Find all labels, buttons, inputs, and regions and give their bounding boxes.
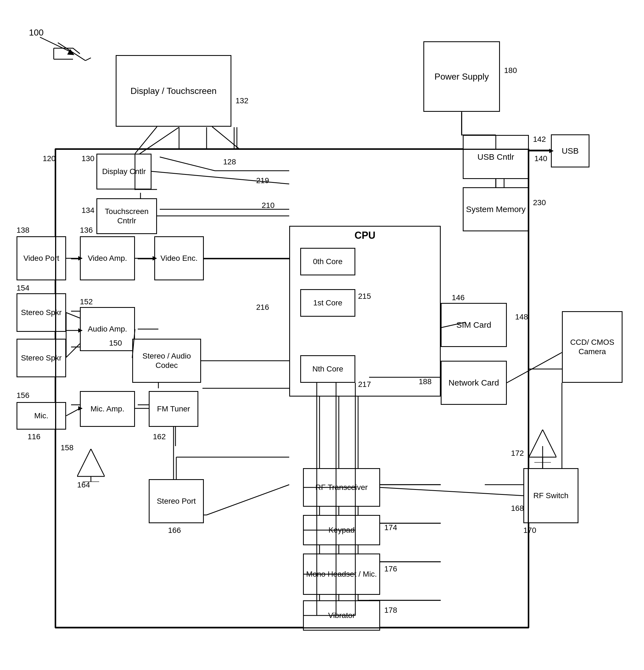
sim-card: SIM Card xyxy=(441,303,507,347)
label-130: 130 xyxy=(81,154,94,163)
vibrator: Vibrator xyxy=(303,600,380,631)
label-146: 146 xyxy=(452,293,465,302)
touchscreen-cntlr: Touchscreen Cntrlr xyxy=(96,198,157,234)
label-150: 150 xyxy=(109,339,122,348)
svg-line-1 xyxy=(86,58,91,61)
svg-marker-74 xyxy=(67,49,74,55)
rf-transceiver: RF Transceiver xyxy=(303,468,380,507)
core-0: 0th Core xyxy=(300,248,355,276)
svg-line-78 xyxy=(212,127,240,149)
label-134: 134 xyxy=(81,206,94,215)
audio-amp: Audio Amp. xyxy=(80,307,135,351)
svg-line-73 xyxy=(40,37,71,52)
label-170: 170 xyxy=(523,526,536,535)
label-174: 174 xyxy=(384,523,397,532)
mono-headset: Mono Headset / Mic. xyxy=(303,553,380,595)
label-219: 219 xyxy=(256,176,269,185)
core-1: 1st Core xyxy=(300,289,355,317)
rf-switch: RF Switch xyxy=(523,468,578,523)
label-136: 136 xyxy=(80,226,93,234)
label-116: 116 xyxy=(28,432,40,441)
label-152: 152 xyxy=(80,297,93,306)
label-188: 188 xyxy=(419,377,432,386)
label-128: 128 xyxy=(223,158,236,166)
label-148: 148 xyxy=(515,312,528,321)
label-216: 216 xyxy=(256,303,269,312)
label-142: 142 xyxy=(533,135,546,144)
label-168: 168 xyxy=(511,504,524,513)
video-port: Video Port xyxy=(16,236,66,280)
core-n: Nth Core xyxy=(300,355,355,383)
label-132: 132 xyxy=(236,96,248,105)
stereo-spkr-2: Stereo Spkr xyxy=(16,339,66,377)
label-154: 154 xyxy=(16,284,29,293)
video-amp: Video Amp. xyxy=(80,236,135,280)
label-138: 138 xyxy=(16,226,29,234)
label-210: 210 xyxy=(262,201,275,210)
mic-amp: Mic. Amp. xyxy=(80,391,135,427)
label-164: 164 xyxy=(77,481,90,490)
label-166: 166 xyxy=(168,526,181,535)
svg-marker-69 xyxy=(529,430,556,457)
svg-line-0 xyxy=(58,43,86,61)
label-215: 215 xyxy=(358,292,371,301)
usb: USB xyxy=(551,134,590,168)
system-memory: System Memory xyxy=(463,187,529,231)
stereo-spkr-1: Stereo Spkr xyxy=(16,293,66,332)
label-156: 156 xyxy=(16,391,29,400)
network-card: Network Card xyxy=(441,361,507,405)
stereo-port: Stereo Port xyxy=(149,479,204,523)
label-180: 180 xyxy=(504,66,517,75)
label-176: 176 xyxy=(384,564,397,573)
label-172: 172 xyxy=(511,449,524,458)
label-230: 230 xyxy=(533,198,546,207)
display-cntlr: Display Cntlr xyxy=(96,154,152,189)
label-158: 158 xyxy=(61,443,74,452)
label-120: 120 xyxy=(43,154,56,163)
power-supply: Power Supply xyxy=(423,41,500,112)
label-178: 178 xyxy=(384,606,397,615)
label-217: 217 xyxy=(358,380,371,389)
label-140: 140 xyxy=(534,154,547,163)
video-enc: Video Enc. xyxy=(154,236,204,280)
usb-cntlr: USB Cntlr xyxy=(463,135,529,179)
stereo-audio-codec: Stereo / Audio Codec xyxy=(132,339,201,383)
fm-tuner: FM Tuner xyxy=(149,391,198,427)
keypad: Keypad xyxy=(303,515,380,545)
label-100: 100 xyxy=(29,28,43,38)
label-162: 162 xyxy=(153,432,166,441)
mic: Mic. xyxy=(16,402,66,430)
display-touchscreen: Display / Touchscreen xyxy=(116,55,232,127)
ccd-camera: CCD/ CMOS Camera xyxy=(562,311,622,383)
